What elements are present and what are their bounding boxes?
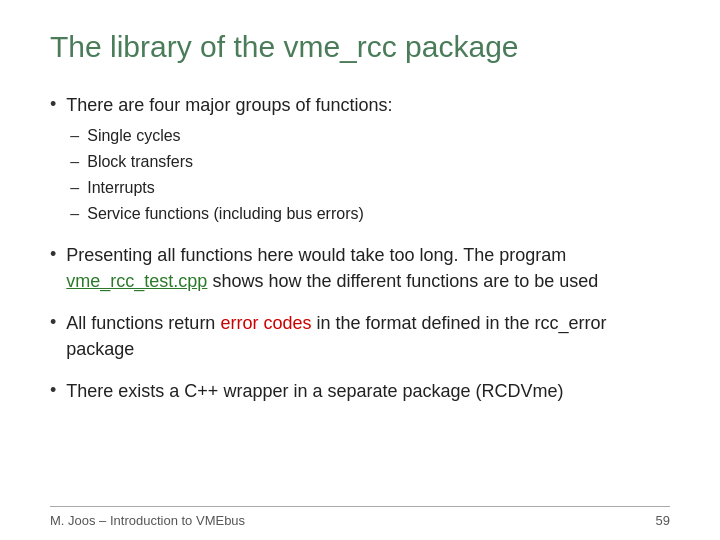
bullet-2-part2: shows how the different functions are to… [207,271,598,291]
dash-4: – [70,202,79,226]
bullet-4: • There exists a C++ wrapper in a separa… [50,378,670,404]
sub-list-1: – Single cycles – Block transfers – Inte… [70,124,392,226]
bullet-2-link: vme_rcc_test.cpp [66,271,207,291]
bullet-dot-2: • [50,244,56,265]
dash-1: – [70,124,79,148]
bullet-dot-1: • [50,94,56,115]
bullet-dot-4: • [50,380,56,401]
sub-item-2: – Block transfers [70,150,392,174]
sub-item-3-text: Interrupts [87,176,155,200]
bullet-3-highlight: error codes [220,313,311,333]
bullet-1-body: There are four major groups of functions… [66,92,392,226]
bullet-4-part1: There exists a C++ wrapper in a separate… [66,381,563,401]
bullet-2-text: Presenting all functions here would take… [66,242,670,294]
sub-item-1: – Single cycles [70,124,392,148]
bullet-1-text: There are four major groups of functions… [66,95,392,115]
bullet-dot-3: • [50,312,56,333]
slide-footer: M. Joos – Introduction to VMEbus 59 [50,506,670,528]
slide-title: The library of the vme_rcc package [50,30,670,64]
slide: The library of the vme_rcc package • The… [0,0,720,540]
slide-content: • There are four major groups of functio… [50,92,670,510]
footer-right: 59 [656,513,670,528]
footer-left: M. Joos – Introduction to VMEbus [50,513,245,528]
sub-item-1-text: Single cycles [87,124,180,148]
sub-item-3: – Interrupts [70,176,392,200]
bullet-1: • There are four major groups of functio… [50,92,670,226]
dash-2: – [70,150,79,174]
sub-item-4: – Service functions (including bus error… [70,202,392,226]
dash-3: – [70,176,79,200]
bullet-3: • All functions return error codes in th… [50,310,670,362]
bullet-2: • Presenting all functions here would ta… [50,242,670,294]
bullet-2-part1: Presenting all functions here would take… [66,245,566,265]
sub-item-4-text: Service functions (including bus errors) [87,202,364,226]
bullet-4-text: There exists a C++ wrapper in a separate… [66,378,563,404]
bullet-3-text: All functions return error codes in the … [66,310,670,362]
bullet-3-part1: All functions return [66,313,220,333]
sub-item-2-text: Block transfers [87,150,193,174]
